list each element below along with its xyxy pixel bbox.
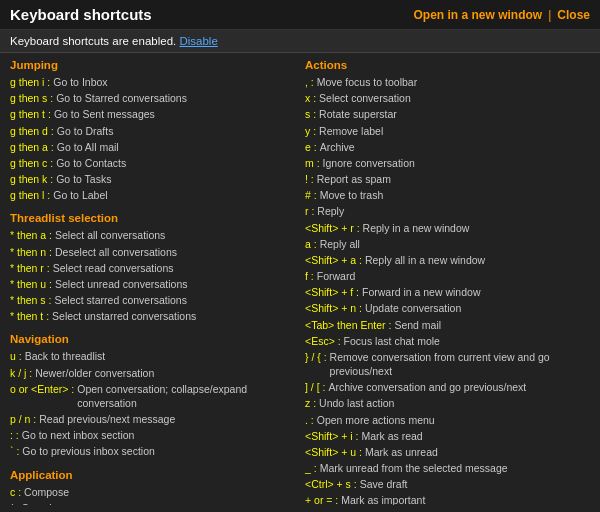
shortcut-desc: Go to Contacts — [56, 156, 126, 170]
shortcut-row: u :Back to threadlist — [10, 349, 295, 363]
shortcut-desc: Save draft — [360, 477, 408, 491]
shortcut-key: / : — [10, 501, 19, 505]
shortcut-key: <Shift> + i : — [305, 429, 358, 443]
shortcut-desc: Remove label — [319, 124, 383, 138]
shortcut-desc: Mark as important — [341, 493, 425, 505]
shortcut-key: k / j : — [10, 366, 32, 380]
shortcut-row: g then i :Go to Inbox — [10, 75, 295, 89]
shortcut-desc: Report as spam — [317, 172, 391, 186]
shortcut-key: g then s : — [10, 91, 53, 105]
shortcut-key: y : — [305, 124, 316, 138]
section-navigation: Navigationu :Back to threadlistk / j :Ne… — [10, 333, 295, 458]
shortcut-desc: Search — [22, 501, 55, 505]
main-content: Jumpingg then i :Go to Inboxg then s :Go… — [0, 53, 600, 505]
shortcut-key: a : — [305, 237, 317, 251]
shortcut-row: k / j :Newer/older conversation — [10, 366, 295, 380]
left-column: Jumpingg then i :Go to Inboxg then s :Go… — [10, 59, 295, 499]
shortcut-key: * then s : — [10, 293, 51, 307]
shortcut-row: ] / [ :Archive conversation and go previ… — [305, 380, 590, 394]
shortcut-row: c :Compose — [10, 485, 295, 499]
shortcut-desc: Mark as unread — [365, 445, 438, 459]
shortcut-row: x :Select conversation — [305, 91, 590, 105]
shortcut-desc: Reply all — [320, 237, 360, 251]
shortcut-row: <Esc> :Focus last chat mole — [305, 334, 590, 348]
shortcut-key: # : — [305, 188, 317, 202]
shortcut-desc: Mark as read — [361, 429, 422, 443]
shortcut-desc: Go to Tasks — [56, 172, 111, 186]
shortcut-desc: Select starred conversations — [54, 293, 186, 307]
shortcut-desc: Move to trash — [320, 188, 384, 202]
shortcut-desc: Remove conversation from current view an… — [330, 350, 590, 378]
shortcut-key: p / n : — [10, 412, 36, 426]
shortcut-row: <Ctrl> + s :Save draft — [305, 477, 590, 491]
shortcut-desc: Go to Label — [53, 188, 107, 202]
shortcut-desc: Read previous/next message — [39, 412, 175, 426]
open-in-new-window-link[interactable]: Open in a new window — [414, 8, 543, 22]
shortcut-row: ` :Go to previous inbox section — [10, 444, 295, 458]
shortcut-desc: Reply all in a new window — [365, 253, 485, 267]
shortcut-key: g then d : — [10, 124, 54, 138]
section-title: Actions — [305, 59, 590, 71]
shortcut-row: * then u :Select unread conversations — [10, 277, 295, 291]
shortcut-key: <Esc> : — [305, 334, 341, 348]
shortcut-row: f :Forward — [305, 269, 590, 283]
disable-link[interactable]: Disable — [179, 35, 217, 47]
shortcut-row: * then a :Select all conversations — [10, 228, 295, 242]
shortcut-row: y :Remove label — [305, 124, 590, 138]
shortcut-key: : : — [10, 428, 19, 442]
section-title: Jumping — [10, 59, 295, 71]
shortcut-row: , :Move focus to toolbar — [305, 75, 590, 89]
shortcut-key: * then a : — [10, 228, 52, 242]
shortcut-row: . :Open more actions menu — [305, 413, 590, 427]
shortcut-key: . : — [305, 413, 314, 427]
shortcut-desc: Rotate superstar — [319, 107, 397, 121]
shortcut-row: ! :Report as spam — [305, 172, 590, 186]
shortcut-key: g then t : — [10, 107, 51, 121]
shortcut-row: <Shift> + i :Mark as read — [305, 429, 590, 443]
shortcut-key: <Tab> then Enter : — [305, 318, 391, 332]
shortcut-key: * then n : — [10, 245, 52, 259]
shortcut-key: g then l : — [10, 188, 50, 202]
separator: | — [548, 8, 551, 22]
shortcut-row: m :Ignore conversation — [305, 156, 590, 170]
shortcut-row: <Shift> + a :Reply all in a new window — [305, 253, 590, 267]
shortcut-desc: Go to All mail — [57, 140, 119, 154]
shortcut-key: c : — [10, 485, 21, 499]
shortcut-row: g then l :Go to Label — [10, 188, 295, 202]
shortcut-row: r :Reply — [305, 204, 590, 218]
shortcut-desc: Go to Drafts — [57, 124, 114, 138]
shortcut-row: <Tab> then Enter :Send mail — [305, 318, 590, 332]
shortcut-desc: Select all conversations — [55, 228, 165, 242]
shortcut-desc: Select unread conversations — [55, 277, 188, 291]
shortcut-row: g then t :Go to Sent messages — [10, 107, 295, 121]
shortcut-row: <Shift> + r :Reply in a new window — [305, 221, 590, 235]
shortcut-desc: Select unstarred conversations — [52, 309, 196, 323]
top-bar: Keyboard shortcuts Open in a new window … — [0, 0, 600, 30]
shortcut-key: f : — [305, 269, 314, 283]
shortcut-desc: Forward — [317, 269, 356, 283]
shortcut-desc: Focus last chat mole — [344, 334, 440, 348]
shortcut-row: <Shift> + f :Forward in a new window — [305, 285, 590, 299]
shortcut-key: <Shift> + f : — [305, 285, 359, 299]
page-title: Keyboard shortcuts — [10, 6, 152, 23]
section-jumping: Jumpingg then i :Go to Inboxg then s :Go… — [10, 59, 295, 202]
shortcut-key: ! : — [305, 172, 314, 186]
shortcut-desc: Forward in a new window — [362, 285, 480, 299]
shortcut-key: , : — [305, 75, 314, 89]
shortcut-row: z :Undo last action — [305, 396, 590, 410]
shortcut-row: * then t :Select unstarred conversations — [10, 309, 295, 323]
shortcut-desc: Ignore conversation — [323, 156, 415, 170]
shortcut-desc: Go to Starred conversations — [56, 91, 187, 105]
shortcut-desc: Deselect all conversations — [55, 245, 177, 259]
shortcut-desc: Archive conversation and go previous/nex… — [328, 380, 526, 394]
shortcut-key: _ : — [305, 461, 317, 475]
close-link[interactable]: Close — [557, 8, 590, 22]
shortcut-key: ] / [ : — [305, 380, 325, 394]
shortcut-row: / :Search — [10, 501, 295, 505]
shortcut-desc: Reply — [317, 204, 344, 218]
shortcut-row: g then a :Go to All mail — [10, 140, 295, 154]
shortcut-row: * then n :Deselect all conversations — [10, 245, 295, 259]
shortcut-row: : :Go to next inbox section — [10, 428, 295, 442]
shortcut-key: g then c : — [10, 156, 53, 170]
shortcut-row: _ :Mark unread from the selected message — [305, 461, 590, 475]
